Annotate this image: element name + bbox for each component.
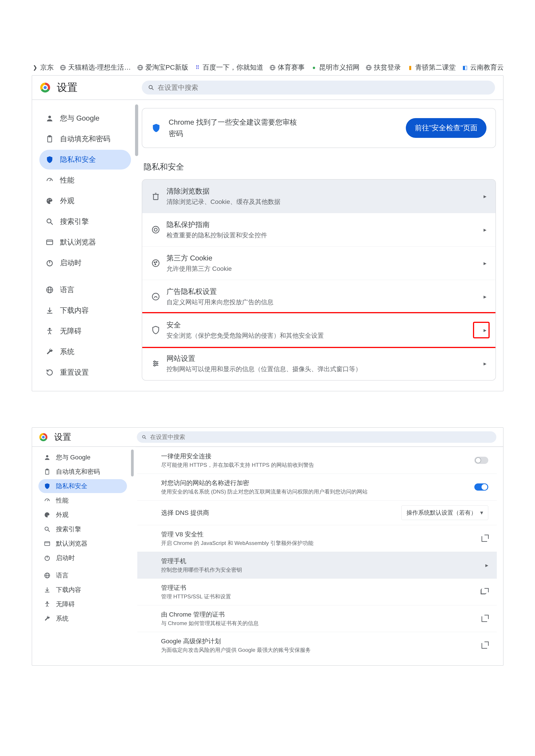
- svg-point-35: [156, 363, 157, 364]
- power-icon: [45, 259, 54, 267]
- chrome-logo: [40, 83, 50, 93]
- sidebar-item-startup[interactable]: 启动时: [39, 551, 127, 565]
- sidebar-item-autofill[interactable]: 自动填充和密码: [39, 465, 127, 479]
- dns-provider-select[interactable]: 操作系统默认设置（若有）▾: [401, 505, 488, 520]
- sidebar-item-downloads[interactable]: 下载内容: [39, 583, 127, 597]
- row-always-https[interactable]: 一律使用安全连接尽可能使用 HTTPS，并在加载不支持 HTTPS 的网站前收到…: [137, 447, 497, 474]
- row-clear-browsing-data[interactable]: 清除浏览数据清除浏览记录、Cookie、缓存及其他数据 ▸: [142, 180, 495, 213]
- sidebar-item-autofill[interactable]: 自动填充和密码: [39, 129, 131, 149]
- bookmark-item[interactable]: ◧云南教育云统一认…: [462, 63, 503, 72]
- chevron-right-icon: ▸: [484, 327, 487, 334]
- sidebar-item-default-browser[interactable]: 默认浏览器: [39, 537, 127, 551]
- svg-point-24: [152, 226, 159, 233]
- badge-icon: [151, 225, 160, 234]
- search-icon: [44, 526, 50, 532]
- go-to-safety-check-button[interactable]: 前往"安全检查"页面: [406, 118, 487, 138]
- sidebar-item-appearance[interactable]: 外观: [39, 508, 127, 522]
- toggle-on[interactable]: [474, 483, 488, 491]
- sidebar-item-appearance[interactable]: 外观: [39, 191, 131, 211]
- search-box[interactable]: [142, 81, 495, 94]
- search-box[interactable]: [137, 431, 496, 443]
- shield-icon: [45, 156, 54, 164]
- open-external-icon: [482, 588, 488, 595]
- svg-rect-11: [46, 240, 53, 245]
- chevron-right-icon: ▸: [484, 293, 487, 300]
- sidebar-item-accessibility[interactable]: 无障碍: [39, 597, 127, 611]
- svg-point-43: [45, 527, 48, 530]
- speedometer-icon: [45, 176, 54, 184]
- svg-line-42: [47, 500, 48, 501]
- svg-point-37: [142, 435, 145, 438]
- bookmark-item[interactable]: 体育赛事: [269, 63, 305, 72]
- sidebar-item-default-browser[interactable]: 默认浏览器: [39, 232, 131, 252]
- chrome-logo: [39, 433, 47, 441]
- globe-icon: [60, 64, 66, 71]
- privacy-list: 清除浏览数据清除浏览记录、Cookie、缓存及其他数据 ▸ 隐私保护指南检查重要…: [142, 179, 496, 381]
- bookmark-item[interactable]: ▮青骄第二课堂: [407, 63, 456, 72]
- row-dns-provider[interactable]: 选择 DNS 提供商 操作系统默认设置（若有）▾: [137, 500, 497, 525]
- globe-icon: [365, 64, 372, 71]
- sidebar-item-startup[interactable]: 启动时: [39, 253, 131, 273]
- window-icon: [45, 238, 54, 246]
- page-title: 设置: [54, 431, 71, 443]
- settings-panel-security: 设置 您与 Google 自动填充和密码 隐私和安全 性能: [32, 427, 504, 666]
- row-manage-certificates[interactable]: 管理证书管理 HTTPS/SSL 证书和设置: [137, 579, 497, 605]
- toggle-off[interactable]: [474, 457, 488, 464]
- sidebar-item-downloads[interactable]: 下载内容: [39, 301, 131, 320]
- svg-rect-45: [44, 542, 50, 546]
- sidebar-item-search-engine[interactable]: 搜索引擎: [39, 212, 131, 231]
- sidebar-item-language[interactable]: 语言: [39, 280, 131, 300]
- row-advanced-protection[interactable]: Google 高级保护计划为面临定向攻击风险的用户提供 Google 最强大的账…: [137, 632, 497, 659]
- globe-icon: [45, 286, 54, 294]
- bookmark-item[interactable]: ❯京东: [32, 63, 54, 72]
- section-title-privacy: 隐私和安全: [144, 161, 496, 173]
- sidebar-item-you-and-google[interactable]: 您与 Google: [39, 108, 131, 128]
- search-icon: [45, 218, 54, 226]
- sidebar-item-reset[interactable]: 重置设置: [39, 363, 131, 382]
- row-chrome-managed-certs[interactable]: 由 Chrome 管理的证书与 Chrome 如何管理其根证书有关的信息: [137, 605, 497, 632]
- row-manage-phones[interactable]: 管理手机控制您使用哪些手机作为安全密钥 ▸: [137, 552, 497, 579]
- open-external-icon: [482, 615, 488, 622]
- bookmark-item[interactable]: ⠿百度一下，你就知道: [194, 63, 263, 72]
- trash-icon: [151, 192, 160, 201]
- row-encrypt-dns[interactable]: 对您访问的网站的名称进行加密使用安全的域名系统 (DNS) 防止对您的互联网流量…: [137, 474, 497, 500]
- svg-rect-21: [154, 195, 158, 200]
- search-input[interactable]: [150, 434, 492, 441]
- sidebar-item-privacy[interactable]: 隐私和安全: [39, 150, 131, 170]
- row-ad-privacy[interactable]: 广告隐私权设置自定义网站可用来向您投放广告的信息 ▸: [142, 280, 495, 313]
- main-content: Chrome 找到了一些安全建议需要您审核 密码 前往"安全检查"页面 隐私和安…: [140, 100, 503, 391]
- sidebar-item-privacy[interactable]: 隐私和安全: [39, 479, 127, 493]
- sidebar-item-you-and-google[interactable]: 您与 Google: [39, 450, 127, 464]
- sidebar-item-system[interactable]: 系统: [39, 342, 131, 362]
- sidebar-item-performance[interactable]: 性能: [39, 494, 127, 507]
- sidebar-item-performance[interactable]: 性能: [39, 171, 131, 190]
- ads-icon: [151, 292, 160, 301]
- sidebar: 您与 Google 自动填充和密码 隐私和安全 性能 外观 搜索引擎 默认浏览器…: [32, 100, 140, 391]
- svg-point-8: [50, 199, 51, 200]
- svg-point-54: [46, 602, 48, 603]
- sidebar-item-search-engine[interactable]: 搜索引擎: [39, 522, 127, 536]
- chevron-down-icon: ▾: [480, 509, 483, 516]
- sidebar-item-system[interactable]: 系统: [39, 612, 127, 626]
- reset-icon: [45, 368, 54, 377]
- bookmark-item[interactable]: ●昆明市义招网: [311, 63, 359, 72]
- sidebar-item-language[interactable]: 语言: [39, 569, 127, 582]
- row-privacy-guide[interactable]: 隐私保护指南检查重要的隐私控制设置和安全控件 ▸: [142, 213, 495, 247]
- person-icon: [45, 114, 54, 122]
- safety-check-text: Chrome 找到了一些安全建议需要您审核 密码: [169, 117, 398, 139]
- svg-point-6: [48, 200, 48, 201]
- sliders-icon: [151, 359, 160, 368]
- settings-header: 设置: [32, 428, 503, 447]
- row-security[interactable]: 安全安全浏览（保护您免受危险网站的侵害）和其他安全设置 ▸: [142, 313, 495, 347]
- row-site-settings[interactable]: 网站设置控制网站可以使用和显示的信息（位置信息、摄像头、弹出式窗口等） ▸: [142, 347, 495, 380]
- svg-point-20: [49, 328, 50, 330]
- accessibility-icon: [45, 327, 54, 335]
- safety-check-card: Chrome 找到了一些安全建议需要您审核 密码 前往"安全检查"页面: [142, 108, 496, 148]
- row-third-party-cookies[interactable]: 第三方 Cookie允许使用第三方 Cookie ▸: [142, 247, 495, 280]
- sidebar-item-accessibility[interactable]: 无障碍: [39, 321, 131, 341]
- search-input[interactable]: [158, 84, 489, 92]
- bookmark-item[interactable]: 天猫精选-理想生活…: [60, 63, 131, 72]
- bookmark-item[interactable]: 爱淘宝PC新版: [137, 63, 188, 72]
- row-v8-security[interactable]: 管理 V8 安全性开启 Chrome 的 JavaScript 和 WebAss…: [137, 525, 497, 552]
- bookmark-item[interactable]: 扶贫登录: [365, 63, 401, 72]
